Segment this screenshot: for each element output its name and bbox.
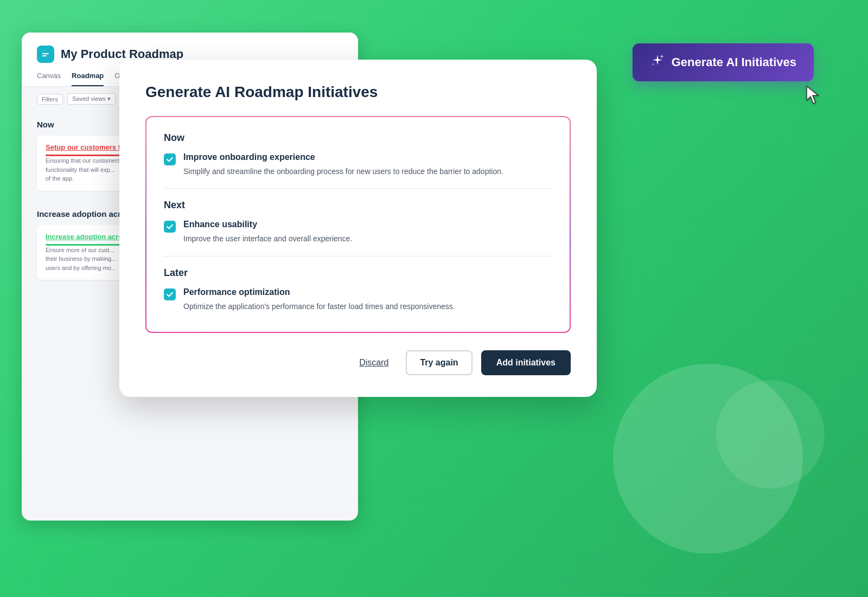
initiative-desc-usability: Improve the user interface and overall e…: [183, 233, 552, 245]
app-logo-icon: [37, 46, 54, 63]
svg-rect-1: [42, 53, 49, 54]
section-later: Later Performance optimization Optimize …: [164, 267, 552, 312]
initiative-content-onboarding: Improve onboarding experience Simplify a…: [183, 152, 552, 177]
generate-ai-dialog: Generate AI Roadmap Initiatives Now Impr…: [119, 60, 597, 397]
generate-ai-button-label: Generate AI Initiatives: [672, 55, 796, 69]
try-again-button[interactable]: Try again: [406, 350, 472, 375]
initiative-desc-onboarding: Simplify and streamline the onboarding p…: [183, 165, 552, 177]
section-now: Now Improve onboarding experience Simpli…: [164, 132, 552, 177]
generate-ai-button[interactable]: Generate AI Initiatives: [633, 43, 814, 81]
bg-blob-2: [716, 380, 825, 489]
initiative-item-performance: Performance optimization Optimize the ap…: [164, 287, 552, 312]
mouse-cursor: [805, 84, 822, 108]
divider-1: [164, 188, 552, 189]
initiative-title-usability: Enhance usability: [183, 220, 552, 229]
section-later-label: Later: [164, 267, 552, 279]
section-next-label: Next: [164, 200, 552, 211]
bg-filter-button: Filters: [37, 94, 63, 105]
initiative-content-performance: Performance optimization Optimize the ap…: [183, 287, 552, 312]
discard-button[interactable]: Discard: [350, 352, 397, 373]
bg-saved-views-button: Saved views ▾: [67, 93, 116, 105]
initiative-content-usability: Enhance usability Improve the user inter…: [183, 220, 552, 245]
bg-tab-canvas: Canvas: [37, 72, 61, 86]
initiative-item-usability: Enhance usability Improve the user inter…: [164, 220, 552, 245]
initiative-title-onboarding: Improve onboarding experience: [183, 152, 552, 162]
initiative-item-onboarding: Improve onboarding experience Simplify a…: [164, 152, 552, 177]
section-next: Next Enhance usability Improve the user …: [164, 200, 552, 245]
initiative-desc-performance: Optimize the application's performance f…: [183, 300, 552, 312]
sparkles-icon: [650, 53, 665, 72]
add-initiatives-button[interactable]: Add initiatives: [481, 350, 571, 375]
section-now-label: Now: [164, 132, 552, 144]
dialog-title: Generate AI Roadmap Initiatives: [145, 84, 571, 101]
checkbox-performance-optimization[interactable]: [164, 288, 176, 300]
checkbox-enhance-usability[interactable]: [164, 221, 176, 233]
checkbox-improve-onboarding[interactable]: [164, 153, 176, 165]
bg-tab-roadmap: Roadmap: [72, 72, 104, 86]
initiative-title-performance: Performance optimization: [183, 287, 552, 297]
svg-rect-2: [42, 55, 47, 56]
initiatives-container: Now Improve onboarding experience Simpli…: [145, 116, 571, 333]
dialog-footer: Discard Try again Add initiatives: [145, 350, 571, 375]
divider-2: [164, 256, 552, 256]
